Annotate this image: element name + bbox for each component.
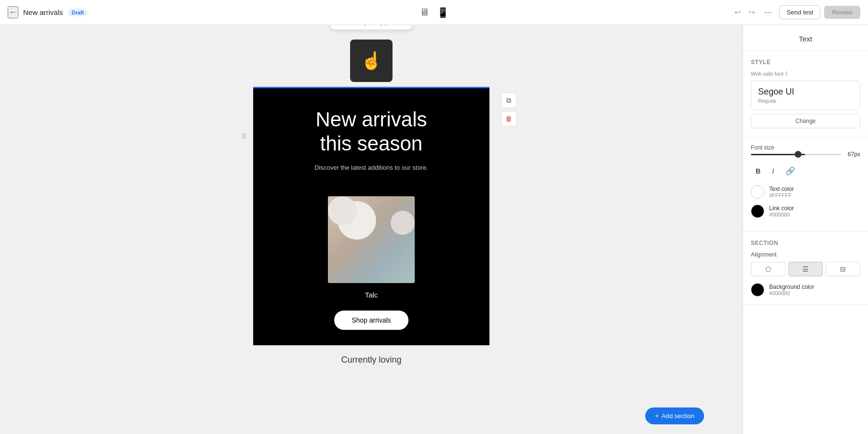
add-section-icon: + <box>655 412 659 420</box>
font-name: Segoe UI <box>758 87 853 97</box>
currently-loving-text: Currently loving <box>253 355 489 365</box>
style-section-title: Style <box>751 59 860 66</box>
bg-color-hex: #000000 <box>769 290 860 296</box>
below-section: Currently loving <box>253 345 489 375</box>
align-left-icon: ⬡ <box>765 265 771 273</box>
hero-section-wrapper: ⠿ ⧉ 🗑 New arrivals this season Discover … <box>253 87 489 187</box>
font-size-label: Font size <box>751 144 860 151</box>
link-color-swatch[interactable] <box>751 204 764 218</box>
align-right-button[interactable]: ⊟ <box>826 262 860 276</box>
toolbar-divider <box>394 25 394 27</box>
panel-font-size-section: Font size 67px B I 🔗 Text color #FFFFFF <box>743 136 868 232</box>
italic-panel-button[interactable]: I <box>767 164 779 178</box>
right-panel: Text Style Web safe font ℹ Segoe UI Regu… <box>743 25 868 434</box>
more-button[interactable]: ··· <box>760 5 775 19</box>
format-row: B I 🔗 <box>751 163 860 178</box>
bg-color-label: Background color <box>769 284 860 290</box>
panel-style-section: Style Web safe font ℹ Segoe UI Regular C… <box>743 51 868 136</box>
product-name: Talc <box>265 291 478 299</box>
add-section-label: Add section <box>662 412 694 420</box>
bg-color-info: Background color #000000 <box>769 284 860 296</box>
topbar: ← New arrivals Draft 🖥 📱 ↩ ↪ ··· Send te… <box>0 0 868 25</box>
hero-section: New arrivals this season Discover the la… <box>253 87 489 187</box>
link-color-hex: #000000 <box>769 212 860 217</box>
toolbar-dropdown[interactable]: ✦ ▾ <box>397 25 408 27</box>
email-header-logo: ☝ <box>253 35 489 87</box>
web-safe-font-label: Web safe font ℹ <box>751 70 860 77</box>
canvas-area: B I 🔗 {x} ✦ ▾ ☝ ⠿ ⧉ <box>0 25 743 434</box>
delete-section-button[interactable]: 🗑 <box>501 111 516 126</box>
info-icon: ℹ <box>786 70 787 77</box>
text-color-info: Text color #FFFFFF <box>769 186 860 198</box>
text-color-swatch[interactable] <box>751 185 764 199</box>
product-image <box>328 196 415 283</box>
variable-toolbar-button[interactable]: {x} <box>376 25 391 27</box>
duplicate-section-button[interactable]: ⧉ <box>501 93 516 108</box>
bg-color-row: Background color #000000 <box>751 283 860 297</box>
alignment-row: ⬡ ☰ ⊟ <box>751 262 860 276</box>
bg-color-swatch[interactable] <box>751 283 764 297</box>
bold-panel-button[interactable]: B <box>751 164 765 178</box>
link-toolbar-button[interactable]: 🔗 <box>359 25 375 27</box>
section-title: Section <box>751 240 860 246</box>
font-size-slider[interactable] <box>751 154 841 155</box>
undo-button[interactable]: ↩ <box>732 6 743 19</box>
panel-alignment-section: Section Alignment ⬡ ☰ ⊟ Background color… <box>743 232 868 305</box>
link-color-row: Link color #000000 <box>751 204 860 218</box>
topbar-center: 🖥 📱 <box>418 5 451 20</box>
font-size-row: 67px <box>751 151 860 158</box>
align-right-icon: ⊟ <box>840 265 846 273</box>
main-layout: B I 🔗 {x} ✦ ▾ ☝ ⠿ ⧉ <box>0 25 868 434</box>
text-color-label: Text color <box>769 186 860 192</box>
italic-toolbar-button[interactable]: I <box>348 25 358 27</box>
product-image-inner <box>328 196 415 283</box>
product-circle-3 <box>391 211 415 235</box>
link-color-label: Link color <box>769 205 860 212</box>
back-button[interactable]: ← <box>8 6 18 18</box>
product-section-wrapper: Talc Shop arrivals <box>253 187 489 345</box>
section-actions: ⧉ 🗑 <box>501 93 516 126</box>
align-center-icon: ☰ <box>802 265 809 273</box>
bold-toolbar-button[interactable]: B <box>335 25 347 27</box>
link-panel-button[interactable]: 🔗 <box>781 163 800 178</box>
hero-title: New arrivals this season <box>265 108 478 156</box>
desktop-icon[interactable]: 🖥 <box>418 5 431 20</box>
send-test-button[interactable]: Send test <box>779 5 820 19</box>
drag-handle[interactable]: ⠿ <box>240 131 248 142</box>
align-center-button[interactable]: ☰ <box>788 262 823 276</box>
link-color-info: Link color #000000 <box>769 205 860 217</box>
logo-icon: ☝ <box>361 51 382 71</box>
toolbar-more-icon: ✦ <box>397 25 404 27</box>
mobile-icon[interactable]: 📱 <box>435 5 451 20</box>
format-toolbar: B I 🔗 {x} ✦ ▾ <box>330 25 412 30</box>
add-section-button[interactable]: + Add section <box>645 407 704 424</box>
align-left-button[interactable]: ⬡ <box>751 262 786 276</box>
font-style: Regular <box>758 98 853 104</box>
font-preview-box: Segoe UI Regular <box>751 81 860 110</box>
text-color-hex: #FFFFFF <box>769 192 860 198</box>
review-button[interactable]: Review <box>824 6 860 19</box>
font-size-value: 67px <box>845 151 860 158</box>
topbar-right: ↩ ↪ ··· Send test Review <box>457 5 861 19</box>
hero-subtitle: Discover the latest additions to our sto… <box>265 164 478 171</box>
panel-title: Text <box>743 25 868 51</box>
logo-image: ☝ <box>350 40 393 82</box>
draft-badge: Draft <box>68 9 88 16</box>
redo-button[interactable]: ↪ <box>746 6 757 19</box>
shop-arrivals-button[interactable]: Shop arrivals <box>334 311 408 330</box>
product-section: Talc Shop arrivals <box>253 187 489 345</box>
doc-title: New arrivals <box>23 8 63 16</box>
alignment-label: Alignment <box>751 251 860 258</box>
email-preview: B I 🔗 {x} ✦ ▾ ☝ ⠿ ⧉ <box>253 35 489 375</box>
product-circle-2 <box>328 196 357 225</box>
change-font-button[interactable]: Change <box>751 114 860 128</box>
text-color-row: Text color #FFFFFF <box>751 185 860 199</box>
topbar-left: ← New arrivals Draft <box>8 6 412 18</box>
